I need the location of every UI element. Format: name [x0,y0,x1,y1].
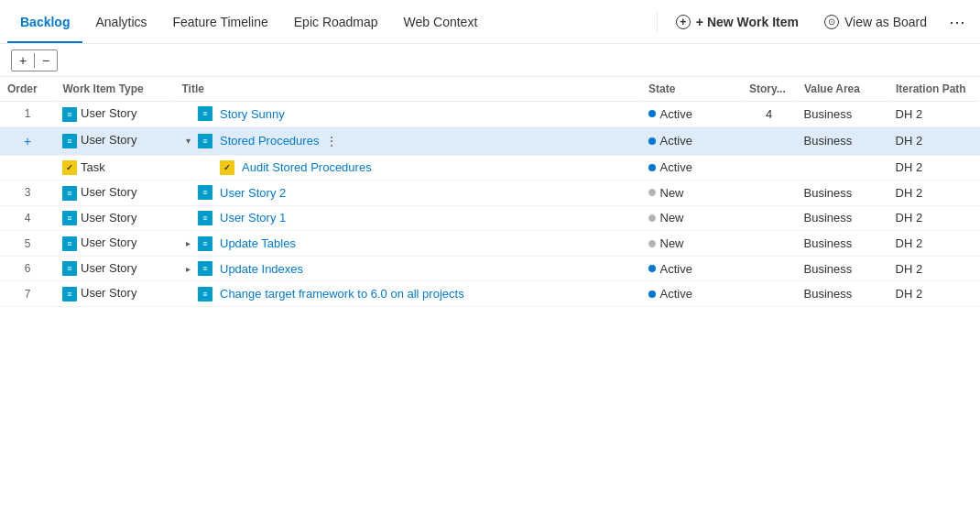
value-area-cell: Business [797,205,888,231]
type-label: User Story [81,286,136,300]
expand-icon[interactable]: ▾ [181,135,194,148]
title-cell[interactable]: ≡ Story Sunny [174,102,641,127]
more-options-icon[interactable]: ⋯ [942,8,973,36]
tab-web-context[interactable]: Web Context [391,0,491,43]
type-label: User Story [81,133,136,147]
col-header-state[interactable]: State [641,77,742,102]
row-add-icon[interactable]: + [20,134,35,148]
order-cell: 6 [0,256,55,281]
title-text[interactable]: Update Tables [220,236,296,250]
col-header-value[interactable]: Value Area [797,77,888,102]
row-context-menu-button[interactable]: ⋮ [322,132,341,150]
table-row[interactable]: 1≡User Story ≡ Story Sunny Active4Busine… [0,102,980,127]
nav-divider [657,11,658,33]
backlog-table: Order Work Item Type Title State Story..… [0,77,980,307]
table-row[interactable]: ✓Task ✓ Audit Stored Procedures ActiveDH… [0,155,980,181]
top-navigation: Backlog Analytics Feature Timeline Epic … [0,0,980,44]
type-cell: ✓Task [55,155,174,181]
title-cell[interactable]: ≡ User Story 2 [174,181,641,206]
title-cell[interactable]: ✓ Audit Stored Procedures [174,155,641,181]
title-cell[interactable]: ▸ ≡ Update Indexes [174,256,641,281]
title-text[interactable]: User Story 2 [220,186,286,200]
title-text[interactable]: Change target framework to 6.0 on all pr… [220,287,464,301]
state-label: Active [660,160,692,174]
type-cell: ≡User Story [55,126,174,155]
col-header-order[interactable]: Order [0,77,55,102]
table-row[interactable]: 3≡User Story ≡ User Story 2 NewBusinessD… [0,181,980,206]
story-points-cell [742,205,797,231]
tab-analytics[interactable]: Analytics [82,0,159,43]
state-dot [648,164,656,171]
user-story-title-icon: ≡ [198,134,212,148]
state-cell: Active [641,256,742,281]
type-cell: ≡User Story [55,281,174,307]
title-text[interactable]: Story Sunny [220,107,285,121]
type-cell: ≡User Story [55,256,174,281]
state-cell: New [641,181,742,206]
col-header-type[interactable]: Work Item Type [55,77,174,102]
iteration-path-cell: DH 2 [888,281,980,307]
user-story-title-icon: ≡ [198,287,212,301]
minus-icon: − [42,53,49,68]
user-story-title-icon: ≡ [198,106,212,121]
title-text[interactable]: Audit Stored Procedures [242,160,372,174]
state-dot [648,265,656,272]
table-row[interactable]: 7≡User Story ≡ Change target framework t… [0,281,980,307]
state-label: New [660,211,684,225]
iteration-path-cell: DH 2 [888,231,980,257]
title-cell[interactable]: ▾ ≡ Stored Procedures ⋮ [174,126,641,155]
state-dot [648,290,656,298]
state-label: Active [660,287,692,301]
table-row[interactable]: +≡User Story ▾ ≡ Stored Procedures ⋮ Act… [0,126,980,155]
title-text[interactable]: Update Indexes [220,262,303,276]
title-cell[interactable]: ▸ ≡ Update Tables [174,231,641,257]
col-header-iter[interactable]: Iteration Path [888,77,980,102]
state-dot [648,214,656,222]
value-area-cell: Business [797,281,888,307]
value-area-cell [797,155,888,181]
story-points-cell [742,256,797,281]
type-label: User Story [81,185,136,199]
table-row[interactable]: 4≡User Story ≡ User Story 1 NewBusinessD… [0,205,980,231]
state-dot [648,240,656,247]
task-title-icon: ✓ [220,160,234,175]
title-cell[interactable]: ≡ Change target framework to 6.0 on all … [174,281,641,307]
user-story-title-icon: ≡ [198,261,212,276]
type-label: User Story [81,261,136,275]
tab-feature-timeline[interactable]: Feature Timeline [160,0,281,43]
col-header-title[interactable]: Title [174,77,641,102]
story-points-cell [742,281,797,307]
tab-epic-roadmap[interactable]: Epic Roadmap [281,0,391,43]
type-label: User Story [81,211,136,225]
order-cell: 3 [0,181,55,206]
iteration-path-cell: DH 2 [888,256,980,281]
order-cell: + [0,126,55,155]
title-cell[interactable]: ≡ User Story 1 [174,205,641,231]
user-story-icon: ≡ [62,261,77,276]
title-text[interactable]: User Story 1 [220,211,286,225]
iteration-path-cell: DH 2 [888,181,980,206]
type-cell: ≡User Story [55,181,174,206]
board-icon: ⊙ [824,15,839,29]
table-row[interactable]: 5≡User Story ▸ ≡ Update Tables NewBusine… [0,231,980,257]
order-cell: 7 [0,281,55,307]
order-cell [0,155,55,181]
state-dot [648,110,656,117]
remove-row-button[interactable]: − [35,50,57,71]
col-header-story[interactable]: Story... [742,77,797,102]
title-text[interactable]: Stored Procedures [220,134,319,148]
view-as-board-button[interactable]: ⊙ View as Board [813,9,938,35]
tab-backlog[interactable]: Backlog [7,0,82,43]
toolbar-row: + − [0,44,980,77]
value-area-cell: Business [797,181,888,206]
expand-icon[interactable]: ▸ [181,237,194,250]
plus-icon: + [19,53,27,68]
order-cell: 5 [0,231,55,257]
add-row-button[interactable]: + [12,50,34,71]
plus-icon: + [676,15,691,29]
expand-icon[interactable]: ▸ [181,262,194,275]
iteration-path-cell: DH 2 [888,205,980,231]
new-work-item-button[interactable]: + + New Work Item [665,9,810,35]
type-label: User Story [81,236,136,249]
table-row[interactable]: 6≡User Story ▸ ≡ Update Indexes ActiveBu… [0,256,980,281]
